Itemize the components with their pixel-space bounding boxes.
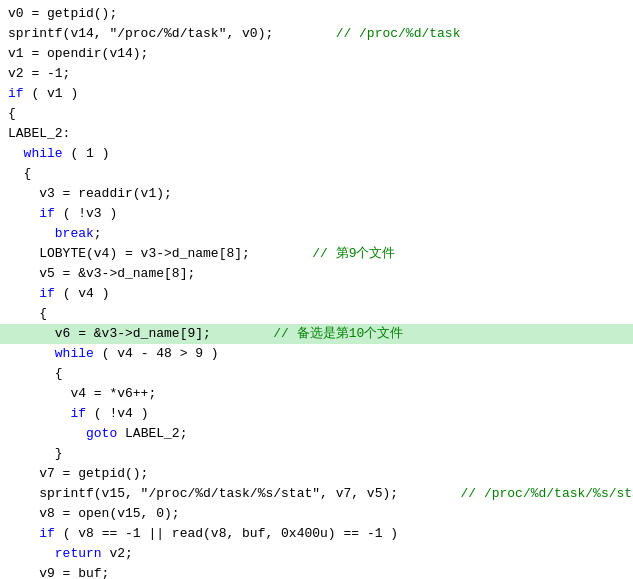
code-text: break; [0,225,633,243]
code-line: goto LABEL_2; [0,424,633,444]
code-line: while ( 1 ) [0,144,633,164]
code-viewer: v0 = getpid();sprintf(v14, "/proc/%d/tas… [0,0,633,579]
code-line: if ( !v4 ) [0,404,633,424]
code-line: break; [0,224,633,244]
code-text: sprintf(v14, "/proc/%d/task", v0); // /p… [0,25,633,43]
code-text: LOBYTE(v4) = v3->d_name[8]; // 第9个文件 [0,245,633,263]
code-text: v9 = buf; [0,565,633,579]
code-text: { [0,365,633,383]
code-text: v1 = opendir(v14); [0,45,633,63]
code-line: sprintf(v15, "/proc/%d/task/%s/stat", v7… [0,484,633,504]
code-line: v0 = getpid(); [0,4,633,24]
code-text: v7 = getpid(); [0,465,633,483]
code-text: LABEL_2: [0,125,633,143]
code-line: if ( v1 ) [0,84,633,104]
code-line: v4 = *v6++; [0,384,633,404]
code-text: goto LABEL_2; [0,425,633,443]
code-line: if ( v8 == -1 || read(v8, buf, 0x400u) =… [0,524,633,544]
code-text: v3 = readdir(v1); [0,185,633,203]
code-line: LOBYTE(v4) = v3->d_name[8]; // 第9个文件 [0,244,633,264]
code-line: v6 = &v3->d_name[9]; // 备选是第10个文件 [0,324,633,344]
code-text: v4 = *v6++; [0,385,633,403]
code-text: { [0,305,633,323]
code-text: if ( v1 ) [0,85,633,103]
code-line: v2 = -1; [0,64,633,84]
code-line: if ( !v3 ) [0,204,633,224]
code-line: } [0,444,633,464]
code-line: v9 = buf; [0,564,633,579]
code-text: if ( !v4 ) [0,405,633,423]
code-text: if ( v8 == -1 || read(v8, buf, 0x400u) =… [0,525,633,543]
code-line: v3 = readdir(v1); [0,184,633,204]
code-text: v2 = -1; [0,65,633,83]
code-text: { [0,165,633,183]
code-line: while ( v4 - 48 > 9 ) [0,344,633,364]
code-line: v5 = &v3->d_name[8]; [0,264,633,284]
code-text: v6 = &v3->d_name[9]; // 备选是第10个文件 [0,325,633,343]
code-line: LABEL_2: [0,124,633,144]
code-text: return v2; [0,545,633,563]
code-text: while ( 1 ) [0,145,633,163]
code-line: { [0,164,633,184]
code-text: v8 = open(v15, 0); [0,505,633,523]
code-text: if ( !v3 ) [0,205,633,223]
code-line: return v2; [0,544,633,564]
code-text: if ( v4 ) [0,285,633,303]
code-text: v5 = &v3->d_name[8]; [0,265,633,283]
code-line: v8 = open(v15, 0); [0,504,633,524]
code-line: { [0,304,633,324]
code-line: { [0,364,633,384]
code-line: v7 = getpid(); [0,464,633,484]
code-line: { [0,104,633,124]
code-line: v1 = opendir(v14); [0,44,633,64]
code-line: if ( v4 ) [0,284,633,304]
code-text: while ( v4 - 48 > 9 ) [0,345,633,363]
code-text: v0 = getpid(); [0,5,633,23]
code-text: sprintf(v15, "/proc/%d/task/%s/stat", v7… [0,485,633,503]
code-text: { [0,105,633,123]
code-text: } [0,445,633,463]
code-line: sprintf(v14, "/proc/%d/task", v0); // /p… [0,24,633,44]
